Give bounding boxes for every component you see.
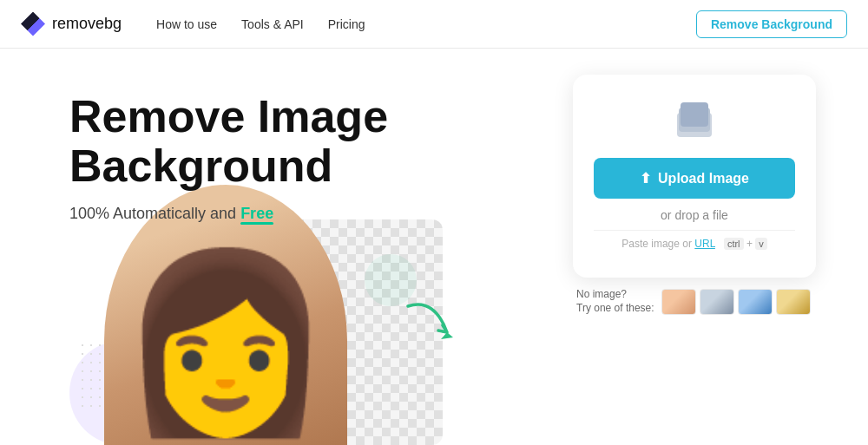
sample-food[interactable] — [776, 289, 811, 315]
sample-car[interactable] — [738, 289, 773, 315]
logo-icon — [21, 12, 45, 36]
free-highlight: Free — [240, 205, 273, 222]
logo-text: removebg — [52, 15, 122, 33]
sample-laptop[interactable] — [700, 289, 734, 315]
navbar: removebg How to use Tools & API Pricing … — [0, 0, 868, 49]
hero-section: Remove Image Background 100% Automatical… — [0, 49, 868, 445]
nav-remove-background-button[interactable]: Remove Background — [696, 10, 847, 38]
hero-subtitle: 100% Automatically and Free — [69, 205, 799, 223]
nav-links: How to use Tools & API Pricing — [156, 17, 696, 31]
nav-how-to-use[interactable]: How to use — [156, 17, 217, 31]
hero-text: Remove Image Background 100% Automatical… — [69, 92, 799, 251]
nav-pricing[interactable]: Pricing — [328, 17, 365, 31]
try-label: No image?Try one of these: — [576, 288, 654, 315]
arrow-icon — [399, 289, 469, 358]
sample-thumbs — [661, 289, 811, 315]
hero-title: Remove Image Background — [69, 92, 799, 191]
nav-tools-api[interactable]: Tools & API — [241, 17, 304, 31]
logo[interactable]: removebg — [21, 12, 122, 36]
try-samples-area: No image?Try one of these: — [573, 288, 816, 315]
sample-person[interactable] — [661, 289, 696, 315]
